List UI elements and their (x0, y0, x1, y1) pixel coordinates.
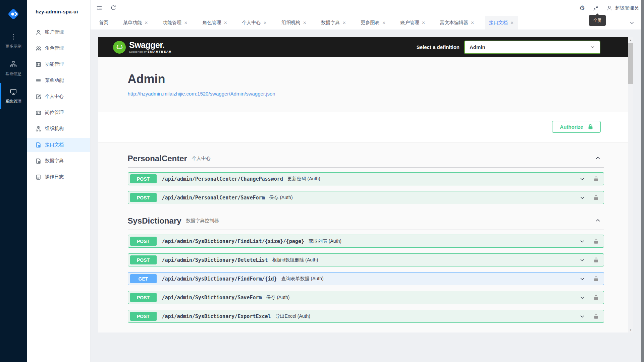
sidebar-item-label: 数据字典 (45, 158, 64, 164)
sidebar-item-data-dictionary[interactable]: 数据字典 (27, 154, 90, 168)
chevron-down-icon[interactable] (580, 257, 585, 263)
menu-lines-icon (36, 78, 41, 83)
scrollbar-thumb[interactable] (628, 43, 633, 84)
tab-label: 功能管理 (163, 20, 181, 26)
page-scrollbar[interactable] (641, 0, 644, 362)
unlock-icon[interactable] (594, 276, 598, 282)
unlock-icon[interactable] (594, 195, 598, 200)
tab-close-icon[interactable]: ✕ (263, 20, 267, 25)
sidebar-item-accounts[interactable]: 账户管理 (27, 25, 90, 39)
tab-api-docs[interactable]: 接口文档✕ (485, 16, 518, 29)
authorize-button[interactable]: Authorize (552, 121, 600, 133)
tab-close-icon[interactable]: ✕ (145, 20, 148, 25)
chevron-down-icon[interactable] (580, 295, 585, 300)
unlock-icon[interactable] (594, 295, 598, 300)
sidebar-item-label: 功能管理 (45, 61, 64, 67)
tab-more-charts[interactable]: 更多图表✕ (357, 16, 389, 29)
smartbear-text: SMARTBEAR (148, 50, 172, 53)
tab-home[interactable]: 首页 (95, 16, 112, 29)
endpoint-row[interactable]: POST /api/admin/PersonalCenter/SaveForm … (128, 191, 604, 204)
sidebar-item-personal-center[interactable]: 个人中心 (27, 89, 90, 104)
swagger-json-link[interactable]: http://hzyadmin.milaizhijie.com:1520/swa… (128, 91, 275, 97)
top-toolbar: ⚙ 超级管理员 (91, 0, 644, 16)
endpoint-row[interactable]: POST /api/admin/SysDictionary/DeleteList… (128, 253, 604, 266)
sidebar-item-label: 菜单功能 (45, 77, 64, 83)
sidebar-item-api-docs[interactable]: 接口文档 (27, 138, 90, 152)
tab-close-icon[interactable]: ✕ (471, 20, 474, 25)
scroll-up-button[interactable]: ▲ (628, 37, 633, 43)
tab-close-icon[interactable]: ✕ (511, 20, 514, 25)
definition-select[interactable]: Admin (464, 41, 600, 54)
swagger-logo-text: Swagger. (129, 41, 172, 49)
authorize-label: Authorize (560, 124, 583, 130)
sidebar-item-positions[interactable]: 岗位管理 (27, 106, 90, 120)
active-indicator (0, 83, 1, 109)
method-badge: GET (130, 274, 157, 283)
tab-data-dictionary[interactable]: 数据字典✕ (317, 16, 350, 29)
sidebar-item-organization[interactable]: 组织机构 (27, 122, 90, 136)
sidebar-item-label: 角色管理 (45, 45, 64, 51)
endpoint-row[interactable]: POST /api/admin/PersonalCenter/ChangePas… (128, 172, 604, 185)
chevron-down-icon[interactable] (580, 276, 585, 282)
tab-account-admin[interactable]: 账户管理✕ (396, 16, 429, 29)
scroll-down-button[interactable]: ▼ (628, 327, 633, 333)
toolbar-right-group: ⚙ 超级管理员 (579, 5, 639, 11)
tab-label: 数据字典 (321, 20, 340, 26)
org-nodes-icon (36, 126, 41, 132)
tab-organization[interactable]: 组织机构✕ (277, 16, 310, 29)
settings-gear-icon[interactable]: ⚙ (579, 5, 585, 11)
org-chart-icon (10, 61, 17, 68)
sidebar-item-roles[interactable]: 角色管理 (27, 41, 90, 55)
tab-list-dropdown[interactable] (629, 16, 635, 29)
sidebar-item-operation-logs[interactable]: 操作日志 (27, 170, 90, 184)
user-name: 超级管理员 (615, 5, 639, 11)
tab-function-admin[interactable]: 功能管理✕ (159, 16, 192, 29)
unlock-icon[interactable] (594, 314, 598, 319)
endpoint-row[interactable]: POST /api/admin/SysDictionary/ExportExce… (128, 310, 604, 323)
endpoint-desc: 导出Excel (Auth) (275, 313, 310, 319)
refresh-icon[interactable] (110, 5, 117, 11)
rail-item-system-admin[interactable]: 系统管理 (0, 84, 27, 108)
endpoint-row[interactable]: POST /api/admin/SysDictionary/FindList/{… (128, 235, 604, 248)
sidebar: hzy-admin-spa-ui 账户管理 角色管理 功能管理 菜单功能 个人中… (27, 0, 91, 362)
fullscreen-icon[interactable] (592, 5, 599, 11)
endpoint-row[interactable]: GET /api/admin/SysDictionary/FindForm/{i… (128, 272, 604, 285)
chevron-down-icon[interactable] (580, 239, 585, 244)
tab-menu-functions[interactable]: 菜单功能✕ (119, 16, 152, 29)
unlock-icon[interactable] (594, 257, 598, 263)
sidebar-item-functions[interactable]: 功能管理 (27, 57, 90, 71)
rail-item-basic-info[interactable]: 基础信息 (0, 57, 27, 80)
tab-close-icon[interactable]: ✕ (382, 20, 385, 25)
tab-close-icon[interactable]: ✕ (303, 20, 306, 25)
tab-close-icon[interactable]: ✕ (422, 20, 425, 25)
collapse-section-button[interactable] (595, 155, 601, 162)
collapse-sidebar-icon[interactable] (96, 5, 103, 11)
rail-item-more-examples[interactable]: 更多示例 (0, 29, 27, 53)
tab-close-icon[interactable]: ✕ (184, 20, 187, 25)
method-badge: POST (130, 312, 157, 321)
chevron-down-icon[interactable] (580, 195, 585, 200)
app-logo-icon[interactable] (6, 7, 21, 21)
section-header[interactable]: PersonalCenter 个人中心 (128, 154, 604, 168)
chevron-down-icon[interactable] (580, 176, 585, 182)
unlock-icon[interactable] (594, 239, 598, 244)
endpoint-list: POST /api/admin/SysDictionary/FindList/{… (128, 235, 604, 323)
section-header[interactable]: SysDictionary 数据字典控制器 (128, 216, 604, 230)
collapse-section-button[interactable] (595, 218, 601, 225)
tab-personal-center[interactable]: 个人中心✕ (238, 16, 271, 29)
supported-by-text: Supported by (129, 50, 147, 53)
endpoint-row[interactable]: POST /api/admin/SysDictionary/SaveForm 保… (128, 291, 604, 304)
tab-role-admin[interactable]: 角色管理✕ (198, 16, 231, 29)
unlock-icon[interactable] (594, 176, 598, 182)
chevron-up-icon (595, 155, 601, 161)
sidebar-item-menu-functions[interactable]: 菜单功能 (27, 73, 90, 87)
user-menu[interactable]: 超级管理员 (606, 5, 639, 11)
user-icon (36, 29, 41, 35)
chevron-down-icon[interactable] (580, 314, 585, 319)
tab-rich-text-editor[interactable]: 富文本编辑器✕ (436, 16, 478, 29)
endpoint-path: /api/admin/PersonalCenter/SaveForm (162, 195, 265, 201)
tab-close-icon[interactable]: ✕ (342, 20, 346, 25)
more-dots-icon (10, 33, 17, 41)
tab-bar: 首页 菜单功能✕ 功能管理✕ 角色管理✕ 个人中心✕ 组织机构✕ 数据字典✕ 更… (91, 16, 644, 29)
tab-close-icon[interactable]: ✕ (224, 20, 227, 25)
